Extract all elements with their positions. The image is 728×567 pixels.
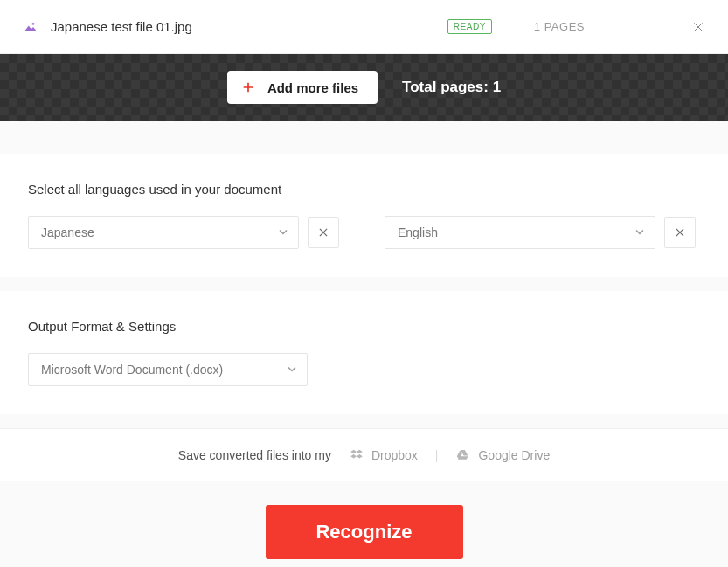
output-format-select[interactable]: Microsoft Word Document (.docx) bbox=[28, 353, 308, 386]
output-format-value: Microsoft Word Document (.docx) bbox=[41, 363, 223, 377]
upload-toolbar: Add more files Total pages: 1 bbox=[0, 54, 728, 121]
add-more-files-label: Add more files bbox=[267, 80, 358, 95]
remove-language-2-button[interactable] bbox=[664, 217, 696, 248]
google-drive-icon bbox=[455, 447, 471, 463]
languages-row: Japanese English bbox=[28, 216, 700, 249]
status-badge: READY bbox=[447, 19, 492, 34]
file-thumb-icon bbox=[21, 17, 40, 37]
total-pages-label: Total pages: 1 bbox=[402, 79, 501, 96]
dropbox-icon bbox=[349, 447, 364, 463]
languages-title: Select all languages used in your docume… bbox=[28, 182, 700, 197]
output-title: Output Format & Settings bbox=[28, 319, 700, 334]
dropbox-link[interactable]: Dropbox bbox=[349, 447, 418, 463]
recognize-button[interactable]: Recognize bbox=[266, 505, 463, 559]
language-group-2: English bbox=[385, 216, 696, 249]
remove-language-1-button[interactable] bbox=[308, 217, 339, 248]
save-prompt: Save converted files into my bbox=[178, 448, 331, 462]
file-name: Japanese test file 01.jpg bbox=[51, 19, 192, 34]
remove-file-button[interactable] bbox=[690, 18, 707, 36]
divider: | bbox=[435, 448, 439, 462]
save-destinations-row: Save converted files into my Dropbox | G… bbox=[0, 428, 728, 481]
chevron-down-icon bbox=[635, 230, 644, 236]
chevron-down-icon bbox=[288, 367, 296, 373]
plus-icon bbox=[241, 80, 255, 94]
pages-count: 1 PAGES bbox=[534, 20, 585, 33]
language-select-2[interactable]: English bbox=[385, 216, 655, 249]
language-group-1: Japanese bbox=[28, 216, 339, 249]
add-more-files-button[interactable]: Add more files bbox=[227, 71, 378, 104]
language-value-1: Japanese bbox=[41, 225, 94, 239]
languages-section: Select all languages used in your docume… bbox=[0, 154, 728, 277]
language-select-1[interactable]: Japanese bbox=[28, 216, 299, 249]
google-drive-label: Google Drive bbox=[478, 448, 550, 462]
svg-point-0 bbox=[32, 22, 35, 24]
dropbox-label: Dropbox bbox=[371, 448, 418, 462]
output-section: Output Format & Settings Microsoft Word … bbox=[0, 291, 728, 414]
chevron-down-icon bbox=[279, 230, 288, 236]
google-drive-link[interactable]: Google Drive bbox=[455, 447, 550, 463]
file-row: Japanese test file 01.jpg READY 1 PAGES bbox=[0, 0, 728, 54]
recognize-wrap: Recognize bbox=[0, 481, 728, 559]
language-value-2: English bbox=[398, 225, 438, 239]
